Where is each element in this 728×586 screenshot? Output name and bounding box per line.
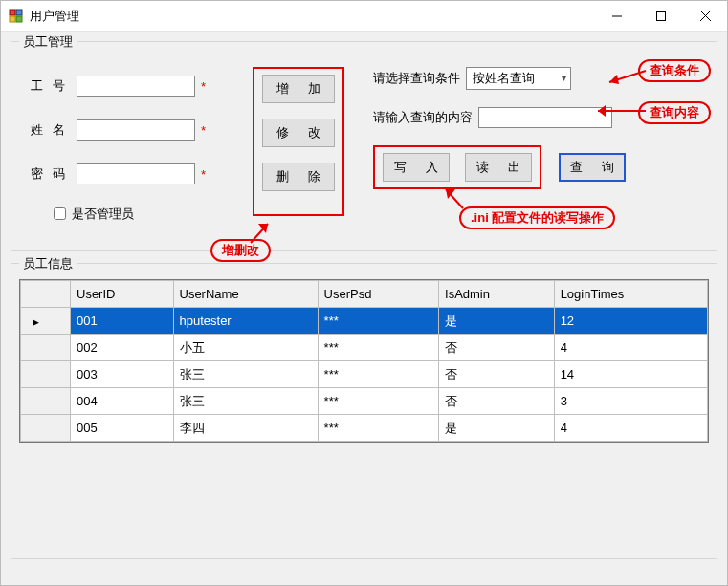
name-required: * xyxy=(201,123,206,138)
table-cell[interactable]: 小五 xyxy=(173,335,318,361)
window-title: 用户管理 xyxy=(30,8,595,25)
employee-info-group-label: 员工信息 xyxy=(19,255,77,272)
table-cell[interactable]: hputester xyxy=(173,308,318,335)
admin-checkbox-label: 是否管理员 xyxy=(72,206,134,223)
table-cell[interactable]: 3 xyxy=(554,388,707,415)
row-header-blank xyxy=(21,281,71,308)
pwd-label: 密码 xyxy=(23,165,77,183)
table-cell[interactable]: *** xyxy=(318,388,438,415)
table-cell[interactable]: 否 xyxy=(439,361,555,388)
callout-ini: .ini 配置文件的读写操作 xyxy=(459,206,615,229)
name-label: 姓名 xyxy=(23,121,77,139)
table-cell[interactable]: 002 xyxy=(71,335,174,361)
query-condition-combo[interactable]: 按姓名查询 ▾ xyxy=(466,67,571,90)
row-header[interactable] xyxy=(21,335,71,361)
row-header[interactable] xyxy=(21,361,71,388)
employee-mgmt-group-label: 员工管理 xyxy=(19,33,77,51)
column-header[interactable]: UserPsd xyxy=(318,281,438,308)
table-cell[interactable]: 14 xyxy=(554,361,707,388)
column-header[interactable]: UserName xyxy=(173,281,318,308)
query-condition-label: 请选择查询条件 xyxy=(373,70,460,87)
id-label: 工号 xyxy=(23,77,77,95)
table-cell[interactable]: 12 xyxy=(554,308,707,335)
table-cell[interactable]: 张三 xyxy=(173,361,318,388)
table-cell[interactable]: 张三 xyxy=(173,388,318,415)
pwd-input[interactable] xyxy=(77,163,195,184)
close-button[interactable] xyxy=(683,1,727,31)
svg-rect-5 xyxy=(657,11,666,20)
id-required: * xyxy=(201,79,206,94)
column-header[interactable]: LoginTimes xyxy=(554,281,707,308)
table-cell[interactable]: 否 xyxy=(439,335,555,361)
maximize-button[interactable] xyxy=(639,1,683,31)
table-cell[interactable]: 004 xyxy=(71,388,174,415)
employee-info-group: 员工信息 UserIDUserNameUserPsdIsAdminLoginTi… xyxy=(11,263,717,559)
table-cell[interactable]: 4 xyxy=(554,335,707,361)
chevron-down-icon: ▾ xyxy=(562,73,566,83)
form-panel: 工号 * 姓名 * 密码 * 是否管理员 xyxy=(23,63,253,223)
column-header[interactable]: UserID xyxy=(71,281,174,308)
table-cell[interactable]: 005 xyxy=(71,415,174,442)
ini-rw-group: 写 入 读 出 xyxy=(373,145,541,189)
row-header[interactable] xyxy=(21,415,71,442)
delete-button[interactable]: 删 除 xyxy=(262,163,335,191)
table-cell[interactable]: 否 xyxy=(439,388,555,415)
table-row[interactable]: 001hputester***是12 xyxy=(21,308,708,335)
table-cell[interactable]: *** xyxy=(318,361,438,388)
query-content-input[interactable] xyxy=(478,107,612,128)
table-row[interactable]: 004张三***否3 xyxy=(21,388,708,415)
table-cell[interactable]: *** xyxy=(318,308,438,335)
table-row[interactable]: 003张三***否14 xyxy=(21,361,708,388)
table-cell[interactable]: *** xyxy=(318,335,438,361)
admin-checkbox[interactable] xyxy=(54,207,66,220)
table-cell[interactable]: 李四 xyxy=(173,415,318,442)
callout-crud: 增删改 xyxy=(210,239,271,262)
row-header[interactable] xyxy=(21,308,71,335)
column-header[interactable]: IsAdmin xyxy=(439,281,555,308)
svg-rect-1 xyxy=(16,10,22,15)
table-row[interactable]: 005李四***是4 xyxy=(21,415,708,442)
svg-line-12 xyxy=(446,189,463,208)
svg-marker-13 xyxy=(446,189,455,199)
minimize-button[interactable] xyxy=(595,1,639,31)
table-cell[interactable]: 001 xyxy=(71,308,174,335)
table-cell[interactable]: 是 xyxy=(439,308,555,335)
query-button[interactable]: 查 询 xyxy=(559,153,626,182)
query-condition-selected: 按姓名查询 xyxy=(473,70,535,87)
callout-condition: 查询条件 xyxy=(638,59,711,82)
employee-mgmt-group: 员工管理 工号 * 姓名 * 密码 * xyxy=(11,41,717,251)
callout-content: 查询内容 xyxy=(638,101,711,124)
app-icon xyxy=(9,9,24,24)
table-cell[interactable]: 003 xyxy=(71,361,174,388)
app-window: 用户管理 员工管理 工号 * 姓名 xyxy=(0,0,728,586)
name-input[interactable] xyxy=(77,119,195,141)
svg-rect-2 xyxy=(10,16,15,22)
query-panel: 请选择查询条件 按姓名查询 ▾ 请输入查询的内容 写 入 读 出 查 询 xyxy=(344,63,705,223)
crud-button-group: 增 加 修 改 删 除 xyxy=(253,67,344,216)
modify-button[interactable]: 修 改 xyxy=(262,119,335,147)
table-cell[interactable]: *** xyxy=(318,415,438,442)
titlebar: 用户管理 xyxy=(1,1,727,32)
pwd-required: * xyxy=(201,167,206,182)
id-input[interactable] xyxy=(77,76,195,97)
table-cell[interactable]: 是 xyxy=(439,415,555,442)
table-cell[interactable]: 4 xyxy=(554,415,707,442)
write-button[interactable]: 写 入 xyxy=(383,153,450,182)
svg-rect-0 xyxy=(10,10,15,15)
employee-table[interactable]: UserIDUserNameUserPsdIsAdminLoginTimes 0… xyxy=(20,280,708,442)
query-content-label: 请输入查询的内容 xyxy=(373,109,473,126)
add-button[interactable]: 增 加 xyxy=(262,75,335,103)
svg-rect-3 xyxy=(16,16,22,22)
table-row[interactable]: 002小五***否4 xyxy=(21,335,708,361)
read-button[interactable]: 读 出 xyxy=(465,153,532,182)
row-header[interactable] xyxy=(21,388,71,415)
